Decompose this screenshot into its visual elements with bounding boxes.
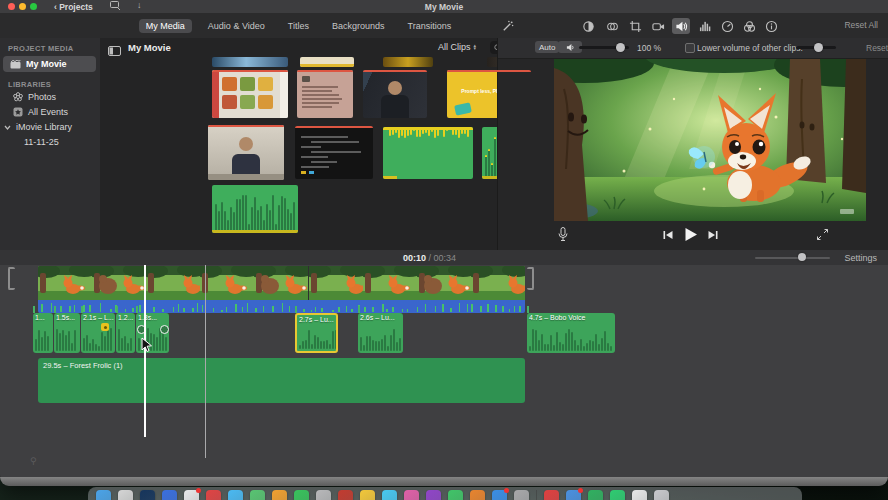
timeline[interactable]: 1...1.5s...2.1s – L...1.2...1.3s...2.7s … — [0, 265, 888, 478]
timeline-zoom-slider[interactable] — [755, 257, 830, 259]
video-clip-audio-waveform[interactable] — [38, 300, 525, 313]
libraries-heading: LIBRARIES — [8, 80, 51, 89]
next-frame-button[interactable] — [708, 230, 718, 240]
dock-app-icon[interactable] — [162, 490, 177, 500]
lower-volume-slider-knob[interactable] — [814, 43, 823, 52]
dock-app-icon[interactable] — [382, 490, 397, 500]
sidebar-item-library-event[interactable]: 11-11-25 — [24, 137, 59, 147]
color-balance-icon[interactable] — [579, 18, 597, 34]
audio-clip[interactable]: 2.1s – L... — [81, 313, 115, 353]
fullscreen-icon[interactable] — [816, 228, 829, 241]
media-thumbnail-audio-wave[interactable] — [212, 185, 298, 233]
dock-app-icon[interactable] — [250, 490, 265, 500]
audio-clip-label: 2.6s – Lu... — [360, 314, 395, 321]
clip-filter-icon[interactable] — [740, 18, 758, 34]
audio-clip[interactable]: 2.7s – Lu... — [295, 313, 338, 353]
dock-app-icon[interactable] — [544, 490, 559, 500]
music-clip[interactable]: 29.5s – Forest Frolic (1) — [38, 358, 525, 403]
tab-audio-video[interactable]: Audio & Video — [201, 19, 272, 33]
play-button[interactable] — [684, 227, 698, 242]
dock-app-icon[interactable] — [492, 490, 507, 500]
media-thumbnail-strip-gold[interactable] — [383, 57, 433, 67]
sidebar-item-label: My Movie — [26, 59, 67, 69]
sidebar-item-all-events[interactable]: All Events — [13, 107, 68, 117]
dock-app-icon[interactable] — [566, 490, 581, 500]
audio-clip[interactable]: 1.5s... — [54, 313, 80, 353]
media-thumbnail-app-grid[interactable] — [212, 70, 288, 118]
dock-app-icon[interactable] — [514, 490, 529, 500]
lower-volume-checkbox[interactable] — [685, 43, 695, 53]
dock-app-icon[interactable] — [448, 490, 463, 500]
trim-handle-right[interactable] — [527, 267, 534, 290]
beep-warning-icon[interactable] — [101, 323, 109, 331]
movie-project-icon — [10, 60, 21, 69]
reset-all-button[interactable]: Reset All — [844, 20, 878, 30]
voiceover-mic-icon[interactable] — [558, 227, 568, 242]
sidebar-toggle-icon[interactable] — [108, 42, 121, 60]
speed-icon[interactable] — [718, 18, 736, 34]
dock-app-icon[interactable] — [228, 490, 243, 500]
audio-clip[interactable]: 1.2... — [116, 313, 135, 353]
audio-clip[interactable]: 1... — [33, 313, 53, 353]
media-thumbnail-webcam-dark[interactable] — [363, 70, 427, 118]
dock-app-icon[interactable] — [470, 490, 485, 500]
audio-clip[interactable]: 4.7s – Bobo Voice — [527, 313, 615, 353]
dock-app-icon[interactable] — [316, 490, 331, 500]
dock-app-icon[interactable] — [338, 490, 353, 500]
dock-app-icon[interactable] — [140, 490, 155, 500]
sidebar-item-my-movie[interactable]: My Movie — [3, 56, 96, 72]
settings-button[interactable]: Settings — [844, 253, 877, 263]
dock-app-icon[interactable] — [360, 490, 375, 500]
magic-wand-icon[interactable] — [498, 18, 516, 34]
volume-slider-knob[interactable] — [616, 43, 625, 52]
photos-flower-icon — [13, 92, 23, 102]
dock-app-icon[interactable] — [96, 490, 111, 500]
volume-icon[interactable] — [672, 18, 690, 34]
dock-app-icon[interactable] — [426, 490, 441, 500]
previous-frame-button[interactable] — [663, 230, 673, 240]
info-icon[interactable] — [762, 18, 780, 34]
tab-transitions[interactable]: Transitions — [400, 19, 458, 33]
audio-clip[interactable]: 2.6s – Lu... — [358, 313, 403, 353]
accessibility-hint-icon: ⚲ — [30, 456, 37, 466]
dock-app-icon[interactable] — [632, 490, 647, 500]
dock-app-icon[interactable] — [206, 490, 221, 500]
stabilization-icon[interactable] — [649, 18, 667, 34]
dock-app-icon[interactable] — [588, 490, 603, 500]
noise-reduction-icon[interactable] — [696, 18, 714, 34]
dock-app-icon[interactable] — [184, 490, 199, 500]
filmstrip-frame — [363, 266, 417, 300]
dock-app-icon[interactable] — [610, 490, 625, 500]
auto-volume-button[interactable]: Auto — [535, 41, 559, 53]
current-time: 00:10 — [403, 253, 426, 263]
sidebar-item-photos[interactable]: Photos — [13, 92, 56, 102]
media-thumbnail-strip-cream[interactable] — [300, 57, 354, 67]
media-thumbnail-strip-blue[interactable] — [212, 57, 288, 67]
dock-app-icon[interactable] — [654, 490, 669, 500]
timeline-zoom-knob[interactable] — [798, 253, 806, 261]
audio-clip-label: 1.5s... — [56, 314, 75, 321]
color-correction-icon[interactable] — [603, 18, 621, 34]
sidebar-item-imovie-library[interactable]: iMovie Library — [4, 122, 72, 132]
video-clip-filmstrip[interactable] — [38, 266, 525, 300]
fade-handle-right[interactable] — [160, 325, 169, 334]
viewer-pane: Auto 100 % Lower volume of other clips: … — [497, 38, 888, 250]
media-thumbnail-terminal[interactable] — [295, 126, 373, 179]
audio-clip-label: 2.7s – Lu... — [299, 316, 334, 323]
reset-button[interactable]: Reset — [866, 43, 888, 53]
tab-my-media[interactable]: My Media — [139, 19, 192, 33]
dock-app-icon[interactable] — [294, 490, 309, 500]
media-thumbnail-audio-yellowtop[interactable] — [383, 127, 473, 179]
media-thumbnail-document[interactable] — [297, 70, 353, 118]
media-thumbnail-webcam-light[interactable] — [208, 125, 284, 180]
all-events-star-icon — [13, 107, 23, 117]
trim-handle-left[interactable] — [8, 267, 15, 290]
tab-backgrounds[interactable]: Backgrounds — [325, 19, 392, 33]
tab-titles[interactable]: Titles — [281, 19, 316, 33]
dock-app-icon[interactable] — [404, 490, 419, 500]
imovie-window: ‹ Projects ↓ My Movie My Media Audio & V… — [0, 0, 888, 486]
dock-app-icon[interactable] — [272, 490, 287, 500]
dock-app-icon[interactable] — [118, 490, 133, 500]
all-clips-filter[interactable]: All Clips ▴▾ — [438, 42, 476, 52]
crop-icon[interactable] — [626, 18, 644, 34]
